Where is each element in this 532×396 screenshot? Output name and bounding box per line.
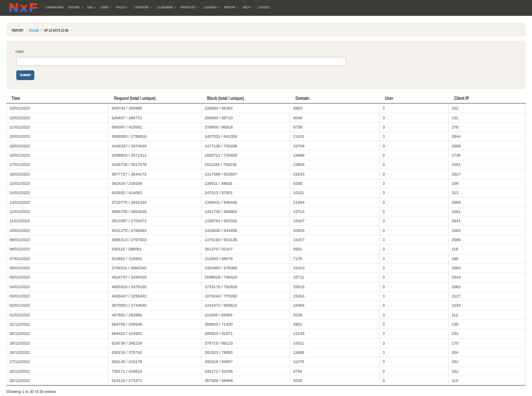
svg-text:NxF: NxF xyxy=(9,1,39,14)
